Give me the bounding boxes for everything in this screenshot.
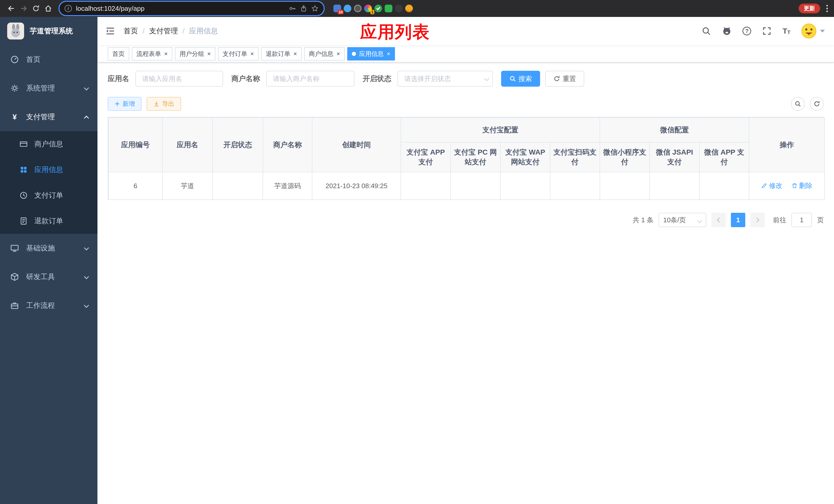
pagination: 共 1 条 10条/页 1 前往 页 xyxy=(108,213,824,237)
extension-face-icon[interactable] xyxy=(405,4,413,13)
filter-form: 应用名 商户名称 开启状态 搜索 重置 xyxy=(108,71,824,87)
app-root: 芋道管理系统 首页 系统管理 ¥ xyxy=(0,17,834,504)
breadcrumb-current: 应用信息 xyxy=(189,26,218,36)
sidebar-item-infrastructure[interactable]: 基础设施 xyxy=(0,234,97,262)
chevron-up-icon xyxy=(84,116,89,121)
user-menu[interactable] xyxy=(801,23,825,39)
bookmark-star-icon[interactable] xyxy=(311,5,319,12)
sidebar-item-payment-orders[interactable]: 支付订单 xyxy=(0,183,97,208)
extension-chat-icon[interactable] xyxy=(384,4,393,13)
goto-unit: 页 xyxy=(817,215,824,225)
edit-link[interactable]: 修改 xyxy=(761,181,782,190)
reload-icon[interactable] xyxy=(30,2,42,15)
cell-app-id: 6 xyxy=(109,172,162,200)
tags-view: 首页 流程表单 × 用户分组 × 支付订单 × xyxy=(97,45,834,63)
extension-colorwheel-icon[interactable]: 1 xyxy=(364,4,372,13)
chrome-update-button[interactable]: 更新 xyxy=(798,4,820,13)
table-toolbar: 新增 导出 xyxy=(108,97,824,111)
sidebar-item-workflow[interactable]: 工作流程 xyxy=(0,291,97,320)
add-button[interactable]: 新增 xyxy=(108,97,141,111)
grid-icon xyxy=(20,166,28,174)
share-icon[interactable] xyxy=(300,5,307,12)
close-icon[interactable]: × xyxy=(336,51,340,57)
sidebar-item-dev-tools[interactable]: 研发工具 xyxy=(0,262,97,291)
logo-avatar xyxy=(7,23,24,40)
extension-pinned-icon[interactable]: 10 xyxy=(333,4,342,13)
search-button[interactable]: 搜索 xyxy=(501,71,540,87)
close-icon[interactable]: × xyxy=(293,51,297,57)
sidebar-item-payment[interactable]: ¥ 支付管理 xyxy=(0,102,97,131)
refresh-table-button[interactable] xyxy=(810,97,824,111)
export-button[interactable]: 导出 xyxy=(147,97,181,111)
cell-merchant: 芋道源码 xyxy=(263,172,312,200)
goto-page-input[interactable] xyxy=(791,213,812,227)
page-content: 应用名 商户名称 开启状态 搜索 重置 xyxy=(97,63,834,504)
address-bar[interactable]: i localhost:1024/pay/app xyxy=(60,2,324,15)
sidebar-item-home[interactable]: 首页 xyxy=(0,45,97,74)
app-title: 芋道管理系统 xyxy=(30,26,73,36)
page-number-button[interactable]: 1 xyxy=(731,213,745,227)
document-icon xyxy=(20,217,28,225)
sidebar-item-system[interactable]: 系统管理 xyxy=(0,74,97,102)
chevron-down-icon xyxy=(84,245,89,250)
app-name-input[interactable] xyxy=(135,71,223,87)
sidebar-fold-icon[interactable] xyxy=(105,26,115,36)
payment-submenu: 商户信息 应用信息 支付订单 xyxy=(0,131,97,234)
next-page-button[interactable] xyxy=(750,213,765,227)
page-size-select[interactable]: 10条/页 xyxy=(659,213,706,227)
github-icon[interactable] xyxy=(722,26,732,36)
tag-home[interactable]: 首页 xyxy=(108,47,129,61)
extension-badge: 10 xyxy=(337,10,344,14)
breadcrumb-payment[interactable]: 支付管理 xyxy=(149,26,178,36)
reset-button[interactable]: 重置 xyxy=(545,71,584,87)
sidebar-item-label: 系统管理 xyxy=(26,83,55,93)
close-icon[interactable]: × xyxy=(387,51,390,57)
forward-icon[interactable] xyxy=(18,2,30,15)
extension-pinwheel-icon[interactable] xyxy=(394,4,403,13)
extension-dark-icon[interactable] xyxy=(353,4,362,13)
site-info-icon[interactable]: i xyxy=(65,5,72,12)
tag-refund-orders[interactable]: 退款订单 × xyxy=(261,47,302,61)
sidebar-item-refund-orders[interactable]: 退款订单 xyxy=(0,208,97,234)
tag-app-info[interactable]: 应用信息 × xyxy=(347,47,395,61)
monitor-icon xyxy=(10,244,19,253)
back-icon[interactable] xyxy=(5,2,18,15)
tag-payment-orders[interactable]: 支付订单 × xyxy=(218,47,259,61)
delete-link[interactable]: 删除 xyxy=(791,181,812,190)
browser-menu-icon[interactable] xyxy=(826,5,828,12)
prev-page-button[interactable] xyxy=(711,213,726,227)
help-icon[interactable]: ? xyxy=(743,27,751,36)
tag-merchant-info[interactable]: 商户信息 × xyxy=(304,47,345,61)
credit-card-icon xyxy=(20,140,28,148)
tag-process-form[interactable]: 流程表单 × xyxy=(132,47,172,61)
app-name-label: 应用名 xyxy=(108,74,129,84)
avatar xyxy=(801,23,816,39)
cell-created: 2021-10-23 08:49:25 xyxy=(312,172,401,200)
sidebar-item-label: 支付订单 xyxy=(35,190,63,200)
tag-user-group[interactable]: 用户分组 × xyxy=(175,47,215,61)
home-icon[interactable] xyxy=(42,2,54,15)
extension-drop-icon[interactable] xyxy=(343,4,352,13)
chevron-down-icon xyxy=(84,85,89,91)
close-icon[interactable]: × xyxy=(207,51,211,57)
password-key-icon[interactable] xyxy=(289,5,296,12)
col-alipay-wap: 支付宝 WAP 网站支付 xyxy=(500,142,550,172)
sidebar: 芋道管理系统 首页 系统管理 ¥ xyxy=(0,17,97,504)
url-text: localhost:1024/pay/app xyxy=(76,5,285,13)
chevron-down-icon xyxy=(84,303,89,308)
header-search-icon[interactable] xyxy=(701,26,711,36)
close-icon[interactable]: × xyxy=(250,51,254,57)
merchant-name-input[interactable] xyxy=(266,71,354,87)
status-select[interactable] xyxy=(397,71,493,87)
sidebar-item-merchant-info[interactable]: 商户信息 xyxy=(0,131,97,157)
dashboard-icon xyxy=(10,55,19,64)
browser-window: i localhost:1024/pay/app 10 1 xyxy=(0,0,834,504)
extension-check-icon[interactable] xyxy=(374,4,382,13)
sidebar-item-app-info[interactable]: 应用信息 xyxy=(0,157,97,183)
toggle-search-button[interactable] xyxy=(791,97,805,111)
breadcrumb-home[interactable]: 首页 xyxy=(124,26,138,36)
close-icon[interactable]: × xyxy=(164,51,168,57)
caret-down-icon xyxy=(820,30,825,32)
fullscreen-icon[interactable] xyxy=(762,26,772,36)
font-size-icon[interactable]: TT xyxy=(783,27,790,36)
